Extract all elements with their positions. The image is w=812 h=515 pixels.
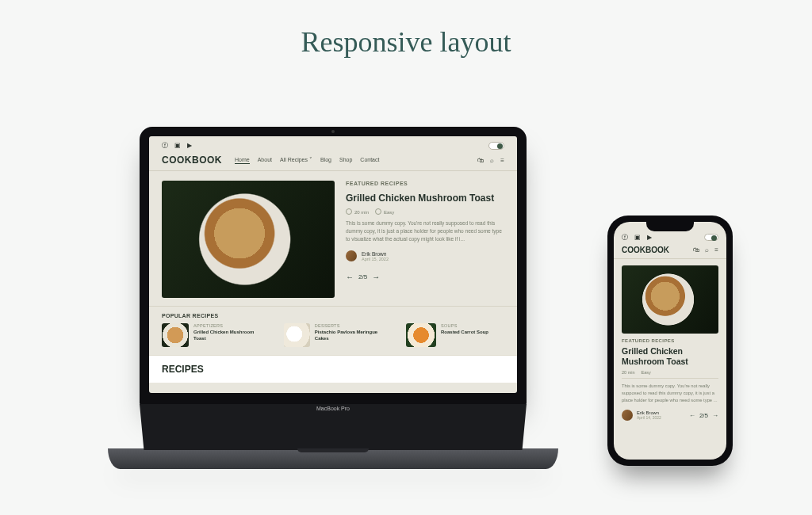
dark-mode-toggle[interactable] bbox=[488, 142, 504, 150]
nav-recipes[interactable]: All Recipes ˅ bbox=[280, 157, 312, 164]
nav-row: COOKBOOK Home About All Recipes ˅ Blog S… bbox=[149, 153, 517, 171]
youtube-icon[interactable]: ▶ bbox=[647, 234, 652, 241]
facebook-icon[interactable]: ⓕ bbox=[622, 234, 628, 241]
cart-icon[interactable]: 🛍︎ bbox=[477, 157, 484, 164]
menu-icon[interactable]: ≡ bbox=[500, 157, 504, 164]
popular-section: POPULAR RECIPES APPETIZERS Grilled Chick… bbox=[149, 306, 517, 355]
popular-category: DESSERTS bbox=[315, 323, 382, 328]
laptop-base: MacBook Pro bbox=[108, 448, 558, 469]
instagram-icon[interactable]: ▣ bbox=[634, 234, 641, 241]
nav-about[interactable]: About bbox=[258, 157, 272, 164]
featured-title[interactable]: Grilled Chicken Mushroom Toast bbox=[346, 193, 504, 204]
pager-count: 2/5 bbox=[358, 273, 367, 280]
search-icon[interactable]: ⌕ bbox=[490, 157, 494, 164]
difficulty-meta: Easy bbox=[375, 208, 394, 215]
popular-title: Grilled Chicken Mushroom Toast bbox=[193, 330, 260, 341]
main-menu: Home About All Recipes ˅ Blog Shop Conta… bbox=[235, 157, 379, 164]
popular-card[interactable]: SOUPS Roasted Carrot Soup bbox=[406, 323, 504, 347]
instagram-icon[interactable]: ▣ bbox=[174, 142, 181, 149]
author-block[interactable]: Erik Brown April 15, 2022 bbox=[346, 250, 504, 261]
utility-icons: 🛍︎ ⌕ ≡ bbox=[477, 157, 504, 164]
popular-heading: POPULAR RECIPES bbox=[162, 313, 504, 319]
popular-thumb bbox=[284, 323, 310, 347]
page-title: Responsive layout bbox=[0, 25, 812, 59]
recipes-section: RECIPES bbox=[149, 355, 517, 383]
laptop-camera bbox=[331, 130, 335, 133]
popular-category: SOUPS bbox=[441, 323, 488, 328]
popular-thumb bbox=[406, 323, 436, 347]
pager: ← 2/5 → bbox=[689, 412, 718, 419]
popular-category: APPETIZERS bbox=[193, 323, 260, 328]
phone-mockup: ⓕ ▣ ▶ COOKBOOK 🛍︎ ⌕ ≡ FEATURED RECIPES G… bbox=[607, 216, 733, 466]
brand-logo[interactable]: COOKBOOK bbox=[622, 246, 669, 254]
featured-desc: This is some dummy copy. You're not real… bbox=[622, 383, 718, 403]
pager-prev[interactable]: ← bbox=[346, 273, 354, 281]
laptop-trackpad-notch bbox=[297, 448, 369, 452]
pager-prev[interactable]: ← bbox=[689, 412, 695, 419]
topbar: ⓕ ▣ ▶ bbox=[149, 136, 517, 153]
nav-contact[interactable]: Contact bbox=[360, 157, 379, 164]
pager: ← 2/5 → bbox=[346, 273, 504, 281]
cart-icon[interactable]: 🛍︎ bbox=[693, 246, 699, 254]
time-meta: 20 min bbox=[346, 208, 369, 215]
difficulty-meta: Easy bbox=[642, 370, 651, 375]
author-block[interactable]: Erik Brown April 14, 2022 bbox=[622, 410, 661, 421]
menu-icon[interactable]: ≡ bbox=[714, 246, 718, 254]
search-icon[interactable]: ⌕ bbox=[705, 246, 709, 254]
avatar bbox=[346, 250, 357, 261]
nav-shop[interactable]: Shop bbox=[339, 157, 352, 164]
nav-home[interactable]: Home bbox=[235, 157, 250, 164]
nav-blog[interactable]: Blog bbox=[320, 157, 331, 164]
popular-card[interactable]: DESSERTS Pistachio Pavlova Meringue Cake… bbox=[284, 323, 382, 347]
author-date: April 14, 2022 bbox=[637, 415, 661, 420]
popular-title: Pistachio Pavlova Meringue Cakes bbox=[315, 330, 382, 341]
popular-title: Roasted Carrot Soup bbox=[441, 330, 488, 336]
pager-next[interactable]: → bbox=[372, 273, 380, 281]
popular-card[interactable]: APPETIZERS Grilled Chicken Mushroom Toas… bbox=[162, 323, 260, 347]
featured-meta: 20 min Easy bbox=[346, 208, 504, 215]
time-meta: 20 min bbox=[622, 370, 635, 375]
pager-next[interactable]: → bbox=[712, 412, 718, 419]
phone-frame: ⓕ ▣ ▶ COOKBOOK 🛍︎ ⌕ ≡ FEATURED RECIPES G… bbox=[607, 216, 733, 466]
youtube-icon[interactable]: ▶ bbox=[187, 142, 192, 149]
featured-title[interactable]: Grilled Chicken Mushroom Toast bbox=[622, 346, 718, 366]
featured-kicker: FEATURED RECIPES bbox=[346, 181, 504, 186]
social-icons: ⓕ ▣ ▶ bbox=[162, 141, 197, 150]
laptop-model-label: MacBook Pro bbox=[316, 406, 350, 411]
featured-desc: This is some dummy copy. You're not real… bbox=[346, 219, 504, 242]
social-icons: ⓕ ▣ ▶ bbox=[622, 233, 657, 242]
brand-logo[interactable]: COOKBOOK bbox=[162, 154, 222, 166]
phone-nav: COOKBOOK 🛍︎ ⌕ ≡ bbox=[614, 244, 726, 259]
author-name: Erik Brown bbox=[362, 251, 389, 257]
laptop-mockup: ⓕ ▣ ▶ COOKBOOK Home About All Recipes ˅ … bbox=[108, 127, 558, 469]
popular-thumb bbox=[162, 323, 189, 347]
laptop-frame: ⓕ ▣ ▶ COOKBOOK Home About All Recipes ˅ … bbox=[140, 127, 527, 406]
author-date: April 15, 2022 bbox=[362, 257, 389, 261]
dark-mode-toggle[interactable] bbox=[704, 234, 718, 241]
avatar bbox=[622, 410, 633, 421]
pager-count: 2/5 bbox=[699, 412, 708, 419]
featured-image[interactable] bbox=[162, 181, 335, 298]
facebook-icon[interactable]: ⓕ bbox=[162, 142, 168, 149]
featured-meta: 20 min Easy bbox=[622, 370, 718, 379]
featured-image[interactable] bbox=[622, 265, 718, 334]
featured-hero: FEATURED RECIPES Grilled Chicken Mushroo… bbox=[149, 171, 517, 306]
laptop-screen: ⓕ ▣ ▶ COOKBOOK Home About All Recipes ˅ … bbox=[149, 136, 517, 393]
recipes-heading: RECIPES bbox=[162, 364, 504, 375]
phone-notch bbox=[646, 222, 694, 231]
featured-kicker: FEATURED RECIPES bbox=[622, 338, 718, 343]
phone-screen: ⓕ ▣ ▶ COOKBOOK 🛍︎ ⌕ ≡ FEATURED RECIPES G… bbox=[614, 222, 726, 460]
